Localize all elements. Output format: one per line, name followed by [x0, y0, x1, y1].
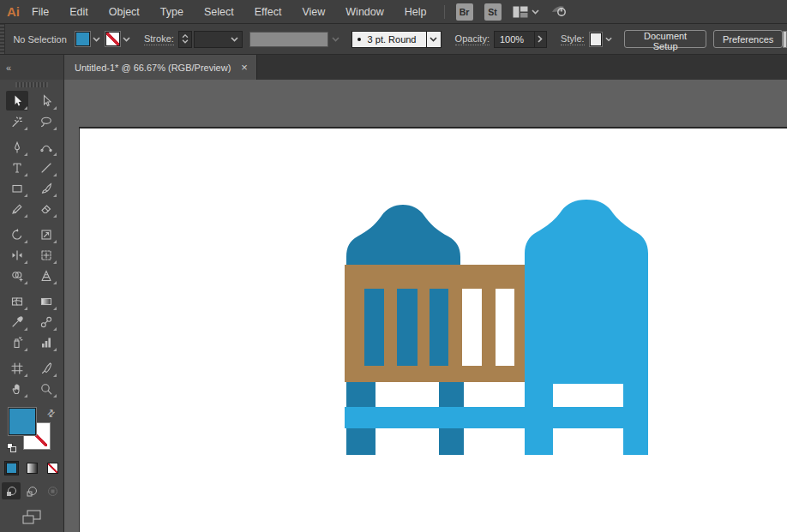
chevron-down-icon[interactable]	[231, 37, 238, 42]
none-button[interactable]	[45, 461, 60, 475]
menu-file[interactable]: File	[32, 6, 49, 18]
chevron-down-icon[interactable]	[93, 37, 100, 42]
tool-blend[interactable]	[35, 312, 57, 332]
color-button[interactable]	[4, 461, 19, 475]
paintbrush-icon	[39, 182, 53, 195]
screen-mode-row	[22, 510, 41, 529]
menu-help[interactable]: Help	[405, 6, 427, 18]
tool-artboard[interactable]	[6, 358, 28, 378]
tool-free-transform[interactable]	[35, 245, 57, 265]
tool-magic-wand[interactable]	[6, 111, 28, 131]
tool-line-segment[interactable]	[35, 158, 57, 177]
document-setup-button[interactable]: Document Setup	[624, 30, 706, 48]
stroke-color-swatch[interactable]	[105, 32, 120, 46]
tool-pencil[interactable]	[6, 199, 28, 218]
drawing-modes-row	[2, 482, 62, 499]
crib-right-headboard[interactable]	[525, 200, 648, 384]
draw-normal-button[interactable]	[2, 482, 21, 499]
tool-lasso[interactable]	[35, 111, 57, 131]
preferences-button[interactable]: Preferences	[713, 30, 783, 48]
tool-rectangle[interactable]	[6, 178, 28, 198]
chevron-up-icon[interactable]	[182, 34, 189, 39]
stock-button[interactable]: St	[484, 3, 502, 21]
paint-style-row	[4, 461, 60, 475]
stroke-weight-label[interactable]: Stroke:	[144, 33, 174, 45]
default-fill-stroke-icon[interactable]	[7, 443, 16, 452]
tool-column-graph[interactable]	[35, 332, 57, 352]
symbol-sprayer-icon	[10, 336, 24, 350]
style-label[interactable]: Style:	[561, 33, 585, 45]
menu-effect[interactable]: Effect	[255, 6, 282, 18]
tools-panel-grip[interactable]	[15, 82, 48, 87]
brush-dropdown-button[interactable]	[427, 31, 442, 48]
tool-zoom[interactable]	[35, 379, 57, 398]
brush-definition-value[interactable]: 3 pt. Round	[351, 31, 427, 48]
brush-dot-icon	[357, 38, 361, 41]
tools-panel-header[interactable]: «	[0, 55, 64, 80]
tool-mesh[interactable]	[6, 291, 28, 311]
menu-window[interactable]: Window	[345, 6, 383, 18]
menu-view[interactable]: View	[302, 6, 325, 18]
scale-icon	[39, 228, 53, 242]
menu-object[interactable]: Object	[109, 6, 140, 18]
tool-width[interactable]	[6, 245, 28, 265]
artboard-icon	[10, 362, 24, 375]
stroke-weight-select[interactable]	[194, 31, 242, 48]
menu-edit[interactable]: Edit	[69, 6, 88, 18]
tool-selection[interactable]	[6, 91, 28, 111]
chevron-down-icon[interactable]	[605, 37, 612, 42]
tool-curvature[interactable]	[35, 137, 57, 157]
tool-symbol-sprayer[interactable]	[6, 332, 28, 352]
collapse-panel-icon[interactable]: «	[6, 63, 11, 73]
tool-eyedropper[interactable]	[6, 312, 28, 332]
illustrator-window: Ai FileEditObjectTypeSelectEffectViewWin…	[0, 0, 787, 532]
brush-definition-select[interactable]: 3 pt. Round	[351, 31, 442, 48]
tool-slice[interactable]	[35, 358, 57, 378]
draw-behind-button[interactable]	[22, 482, 41, 499]
fill-color-control[interactable]	[75, 32, 100, 46]
fill-color-swatch[interactable]	[75, 32, 90, 46]
gradient-button[interactable]	[25, 461, 39, 475]
tool-hand[interactable]	[6, 379, 28, 398]
screen-mode-button[interactable]	[22, 510, 41, 528]
mesh-icon	[10, 295, 24, 308]
tool-rotate[interactable]	[6, 224, 28, 244]
tools-grid	[6, 91, 57, 404]
chevron-down-icon[interactable]	[123, 37, 130, 42]
tool-perspective-grid[interactable]	[35, 266, 57, 285]
chevron-down-icon[interactable]	[182, 39, 189, 44]
stroke-weight-stepper[interactable]	[178, 31, 192, 48]
fill-indicator[interactable]	[9, 408, 36, 435]
control-bar-edge	[783, 31, 787, 48]
tool-direct-selection[interactable]	[35, 91, 57, 111]
line-segment-icon	[39, 161, 53, 175]
swap-fill-stroke-icon[interactable]: ⇄	[45, 407, 58, 421]
opacity-options-button[interactable]	[535, 31, 548, 48]
crib-base-bar[interactable]	[345, 407, 648, 428]
canvas-area[interactable]	[64, 80, 787, 532]
menu-type[interactable]: Type	[160, 6, 183, 18]
tool-eraser[interactable]	[35, 199, 57, 218]
tool-type[interactable]	[6, 158, 28, 177]
magic-wand-icon	[10, 115, 24, 129]
draw-inside-button[interactable]	[43, 482, 62, 499]
opacity-input[interactable]: 100%	[494, 31, 535, 48]
tool-paintbrush[interactable]	[35, 178, 57, 198]
tool-shape-builder[interactable]	[6, 266, 28, 285]
selection-icon	[10, 94, 24, 108]
tool-group	[6, 224, 57, 285]
opacity-label[interactable]: Opacity:	[455, 33, 490, 45]
menu-select[interactable]: Select	[204, 6, 234, 18]
tool-gradient[interactable]	[35, 291, 57, 311]
power-icon[interactable]	[550, 3, 568, 21]
document-tab[interactable]: Untitled-1* @ 66.67% (RGB/Preview) ×	[64, 55, 257, 80]
close-tab-icon[interactable]: ×	[241, 62, 248, 73]
bridge-button[interactable]: Br	[456, 3, 473, 21]
control-panel-grip[interactable]	[0, 24, 5, 54]
stroke-color-control[interactable]	[105, 32, 130, 46]
style-swatch[interactable]	[590, 33, 603, 46]
tool-scale[interactable]	[35, 224, 57, 244]
workspace-switcher[interactable]	[513, 6, 539, 18]
tool-pen[interactable]	[6, 137, 28, 157]
crib-artwork[interactable]	[343, 195, 652, 461]
